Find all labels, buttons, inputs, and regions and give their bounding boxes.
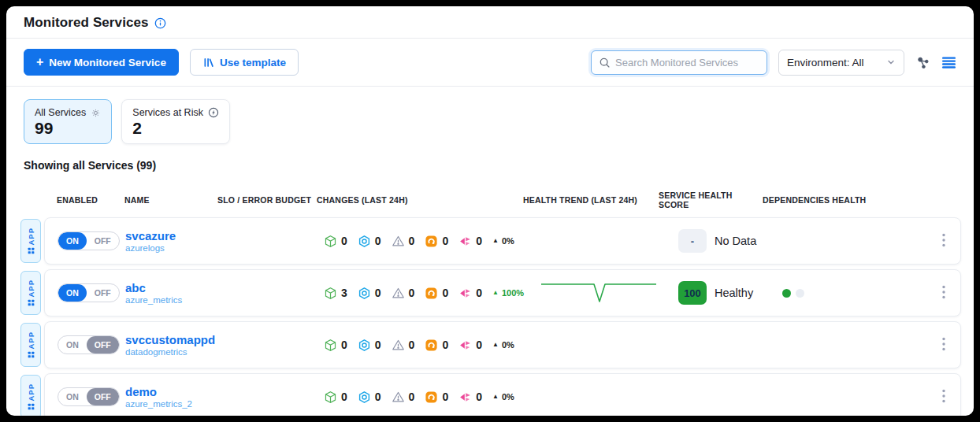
services-at-risk-card[interactable]: Services at Risk 2: [121, 99, 230, 144]
row-menu-kebab-icon[interactable]: [938, 282, 949, 305]
services-at-risk-count: 2: [132, 119, 219, 138]
health-score-badge: 100: [678, 281, 707, 305]
enabled-toggle[interactable]: ONOFF: [58, 335, 120, 354]
risk-bolt-icon: [208, 107, 219, 118]
service-name-link[interactable]: svccustomappd: [125, 333, 218, 346]
deployment-cube-icon: [324, 287, 337, 300]
info-icon[interactable]: [154, 17, 166, 29]
enabled-toggle[interactable]: ONOFF: [58, 283, 120, 302]
app-grid-icon: [28, 247, 35, 254]
alert-warning-icon: [392, 287, 405, 300]
health-score-cell: - No Data: [659, 229, 763, 253]
change-percentage: ▲0%: [492, 236, 514, 246]
health-score-label: No Data: [715, 235, 756, 247]
service-name-link[interactable]: abc: [125, 281, 218, 294]
enabled-toggle[interactable]: ONOFF: [58, 231, 120, 250]
app-tag: APP: [20, 375, 41, 416]
automation-icon: [425, 391, 438, 404]
summary-cards: All Services 99 Services at Risk 2: [6, 87, 974, 144]
changes-cell: 0 0 0 0 0 ▲0%: [317, 391, 524, 404]
row-menu-kebab-icon[interactable]: [938, 386, 949, 409]
alert-warning-icon: [392, 391, 405, 404]
health-score-label: Healthy: [715, 287, 753, 299]
col-health-trend: HEALTH TREND (LAST 24H): [523, 195, 659, 205]
col-enabled: ENABLED: [57, 195, 124, 205]
enabled-toggle[interactable]: ONOFF: [58, 387, 120, 406]
table-row: APP ONOFF svcazureazurelogs 0 0 0 0 0 ▲0…: [20, 217, 961, 265]
incident-icon: [458, 287, 472, 300]
service-name-link[interactable]: svcazure: [125, 229, 218, 242]
service-integration: azure_metrics: [125, 295, 218, 305]
automation-icon: [425, 235, 438, 248]
template-icon: [202, 57, 214, 68]
deployment-cube-icon: [324, 391, 337, 404]
search-input[interactable]: [615, 57, 759, 68]
alert-warning-icon: [392, 339, 405, 352]
app-window: Monitored Services + New Monitored Servi…: [6, 6, 974, 416]
health-score-cell: 100 Healthy: [659, 281, 763, 305]
row-menu-kebab-icon[interactable]: [938, 230, 949, 253]
gear-icon: [91, 108, 101, 118]
search-icon: [599, 57, 611, 68]
row-menu-kebab-icon[interactable]: [938, 334, 949, 357]
change-percentage: ▲0%: [492, 392, 514, 402]
incident-icon: [458, 235, 472, 248]
automation-icon: [425, 339, 438, 352]
dependencies-cell: [763, 289, 880, 298]
col-health-score: SERVICE HEALTH SCORE: [659, 191, 763, 209]
environment-select[interactable]: Environment: All: [778, 50, 904, 76]
config-hexagon-icon: [358, 235, 371, 248]
config-hexagon-icon: [358, 391, 371, 404]
page-header: Monitored Services: [6, 6, 974, 39]
changes-cell: 3 0 0 0 0 ▲100%: [317, 287, 524, 300]
changes-cell: 0 0 0 0 0 ▲0%: [317, 235, 524, 248]
all-services-card[interactable]: All Services 99: [24, 99, 112, 144]
dependency-unknown-dot: [796, 289, 804, 298]
page-title: Monitored Services: [24, 15, 149, 31]
change-percentage: ▲0%: [492, 340, 514, 350]
list-view-icon[interactable]: [941, 56, 956, 69]
health-score-badge: -: [678, 229, 707, 253]
config-hexagon-icon: [358, 339, 371, 352]
change-percentage: ▲100%: [492, 288, 524, 298]
table-row: APP ONOFF demoazure_metrics_2 0 0 0 0 0 …: [20, 373, 961, 416]
use-template-button[interactable]: Use template: [190, 49, 299, 76]
automation-icon: [425, 287, 438, 300]
col-slo: SLO / ERROR BUDGET: [217, 195, 317, 205]
deployment-cube-icon: [324, 339, 337, 352]
toolbar: + New Monitored Service Use template Env…: [6, 39, 974, 87]
app-tag: APP: [20, 219, 41, 263]
config-hexagon-icon: [358, 287, 371, 300]
topology-view-icon[interactable]: [915, 55, 930, 70]
deployment-cube-icon: [324, 235, 337, 248]
changes-cell: 0 0 0 0 0 ▲0%: [317, 339, 524, 352]
col-name: NAME: [124, 195, 217, 205]
new-monitored-service-button[interactable]: + New Monitored Service: [24, 49, 179, 76]
alert-warning-icon: [392, 235, 405, 248]
service-name-link[interactable]: demo: [125, 385, 218, 398]
app-grid-icon: [28, 403, 35, 410]
incident-icon: [458, 391, 472, 404]
col-changes: CHANGES (LAST 24H): [317, 195, 523, 205]
service-integration: azure_metrics_2: [125, 399, 218, 409]
showing-summary: Showing all Services (99): [6, 144, 974, 172]
table-row: APP ONOFF svccustomappddatadogmetrics 0 …: [20, 321, 961, 368]
health-trend-cell: [524, 278, 659, 308]
table-header: ENABLED NAME SLO / ERROR BUDGET CHANGES …: [44, 191, 961, 209]
service-integration: datadogmetrics: [125, 347, 218, 357]
plus-icon: +: [36, 56, 43, 68]
incident-icon: [458, 339, 472, 352]
service-integration: azurelogs: [125, 243, 218, 253]
col-dependencies: DEPENDENCIES HEALTH: [763, 195, 879, 205]
dependency-healthy-dot: [782, 289, 791, 298]
app-grid-icon: [28, 351, 35, 358]
table-row: APP ONOFF abcazure_metrics 3 0 0 0 0 ▲10…: [20, 269, 961, 316]
app-grid-icon: [28, 299, 35, 306]
app-tag: APP: [20, 271, 41, 315]
search-box: [591, 50, 767, 75]
chevron-down-icon: [886, 57, 896, 67]
health-trend-sparkline: [540, 278, 658, 305]
all-services-count: 99: [35, 119, 101, 138]
app-tag: APP: [20, 323, 41, 367]
